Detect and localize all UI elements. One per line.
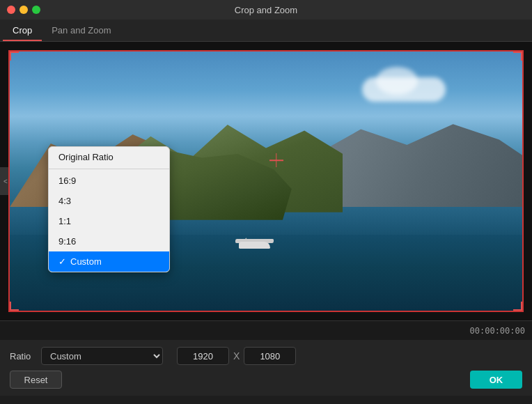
window-title: Crop and Zoom xyxy=(235,5,297,15)
dropdown-divider xyxy=(49,169,169,169)
check-icon: ✓ xyxy=(58,256,66,267)
ratio-row: Ratio Original Ratio 16:9 4:3 1:1 9:16 C… xyxy=(10,347,522,365)
corner-handle-tr[interactable] xyxy=(513,51,523,61)
width-input[interactable] xyxy=(177,347,229,365)
airplane xyxy=(225,236,281,254)
dimension-separator: X xyxy=(233,350,240,362)
timecode: 00:00:00:00 xyxy=(470,326,525,336)
ratio-dropdown-menu: Original Ratio 16:9 4:3 1:1 9:16 ✓ Custo… xyxy=(48,146,170,272)
cloud xyxy=(362,77,446,102)
tab-crop[interactable]: Crop xyxy=(3,21,42,41)
ok-button[interactable]: OK xyxy=(470,371,522,389)
height-input[interactable] xyxy=(244,347,296,365)
tab-pan-zoom[interactable]: Pan and Zoom xyxy=(42,21,120,41)
corner-handle-br[interactable] xyxy=(513,302,523,311)
dropdown-item-9-16[interactable]: 9:16 xyxy=(49,231,169,251)
traffic-lights xyxy=(7,6,40,14)
dropdown-item-16-9[interactable]: 16:9 xyxy=(49,171,169,191)
dimension-fields: X xyxy=(177,347,296,365)
tab-bar: Crop Pan and Zoom xyxy=(0,20,532,42)
crop-crosshair xyxy=(269,153,283,167)
maximize-button[interactable] xyxy=(32,6,40,14)
bottom-controls: Ratio Original Ratio 16:9 4:3 1:1 9:16 C… xyxy=(0,340,532,396)
close-button[interactable] xyxy=(7,6,15,14)
corner-handle-tl[interactable] xyxy=(9,51,19,61)
crop-frame[interactable]: Original Ratio 16:9 4:3 1:1 9:16 ✓ Custo… xyxy=(8,50,524,312)
dropdown-item-4-3[interactable]: 4:3 xyxy=(49,191,169,211)
timeline: 00:00:00:00 xyxy=(0,320,532,340)
video-preview: < Original Ratio 16: xyxy=(0,42,532,320)
minimize-button[interactable] xyxy=(19,6,28,14)
reset-button[interactable]: Reset xyxy=(10,371,62,389)
ratio-select[interactable]: Original Ratio 16:9 4:3 1:1 9:16 Custom xyxy=(41,347,163,365)
dropdown-item-custom[interactable]: ✓ Custom xyxy=(49,251,169,272)
title-bar: Crop and Zoom xyxy=(0,0,532,20)
dropdown-item-original[interactable]: Original Ratio xyxy=(49,147,169,167)
corner-handle-bl[interactable] xyxy=(9,302,19,311)
ratio-label: Ratio xyxy=(10,351,34,362)
button-row: Reset OK xyxy=(10,371,522,389)
dropdown-item-1-1[interactable]: 1:1 xyxy=(49,211,169,231)
plane-body xyxy=(239,242,270,249)
